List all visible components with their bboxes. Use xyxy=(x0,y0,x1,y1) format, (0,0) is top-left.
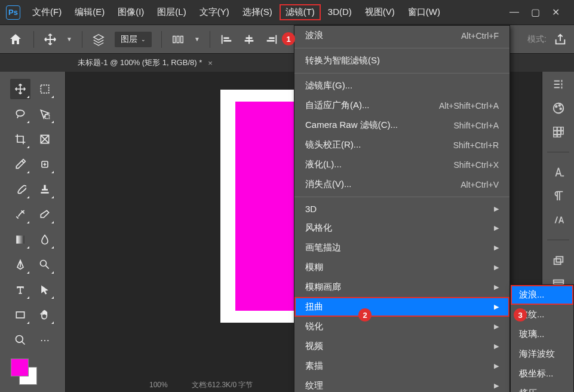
eraser-tool[interactable] xyxy=(35,204,55,225)
more-tools[interactable]: ⋯ xyxy=(35,330,55,350)
filter-group-blur[interactable]: 模糊▶ xyxy=(294,258,509,277)
submenu-arrow-icon: ▶ xyxy=(494,362,499,370)
foreground-color[interactable] xyxy=(11,359,29,376)
chevron-down-icon[interactable]: ▼ xyxy=(194,36,200,42)
menu-file[interactable]: 文件(F) xyxy=(26,4,67,20)
filter-group-blur-gallery[interactable]: 模糊画廊▶ xyxy=(294,277,509,297)
svg-rect-6 xyxy=(248,35,250,44)
type-tool[interactable] xyxy=(10,280,30,300)
svg-rect-0 xyxy=(173,36,176,42)
rectangle-tool[interactable] xyxy=(10,305,30,325)
color-icon[interactable] xyxy=(552,102,565,115)
healing-tool[interactable] xyxy=(35,154,55,174)
menu-3d[interactable]: 3D(D) xyxy=(322,4,358,20)
filter-group-stylize[interactable]: 风格化▶ xyxy=(294,218,509,238)
layer-dropdown[interactable]: 图层 ⌄ xyxy=(115,32,152,47)
hand-tool[interactable] xyxy=(35,305,55,325)
maximize-icon[interactable]: ▢ xyxy=(531,7,540,18)
tab-title: 未标题-1 @ 100% (矩形 1, RGB/8) * xyxy=(78,57,202,68)
paragraph-icon[interactable] xyxy=(552,189,565,203)
path-select-tool[interactable] xyxy=(35,280,55,300)
chevron-down-icon[interactable]: ▼ xyxy=(66,36,72,42)
history-brush-tool[interactable] xyxy=(10,204,30,225)
filter-last[interactable]: 波浪 Alt+Ctrl+F xyxy=(294,26,509,45)
divider xyxy=(33,31,34,48)
brush-tool[interactable] xyxy=(10,179,30,200)
svg-point-19 xyxy=(16,336,23,343)
options-right: 模式: xyxy=(527,33,567,46)
crop-tool[interactable] xyxy=(10,129,30,149)
properties-icon[interactable] xyxy=(552,78,565,91)
distort-polar[interactable]: 极坐标... xyxy=(511,364,573,384)
doc-size[interactable]: 文档:612.3K/0 字节 xyxy=(192,380,253,390)
menu-filter[interactable]: 滤镜(T) xyxy=(280,4,321,20)
svg-rect-25 xyxy=(557,127,561,131)
svg-rect-5 xyxy=(223,39,231,41)
distort-wave[interactable]: 波浪... xyxy=(511,285,573,305)
align-icon-1[interactable] xyxy=(171,33,185,46)
document-tab[interactable]: 未标题-1 @ 100% (矩形 1, RGB/8) * × xyxy=(78,57,213,68)
dodge-tool[interactable] xyxy=(35,255,55,275)
filter-group-video[interactable]: 视频▶ xyxy=(294,336,509,356)
distort-ocean[interactable]: 海洋波纹 xyxy=(511,344,573,364)
divider xyxy=(82,31,82,48)
submenu-arrow-icon: ▶ xyxy=(494,283,499,291)
tab-close-icon[interactable]: × xyxy=(208,59,213,68)
gradient-tool[interactable] xyxy=(10,229,30,250)
filter-group-distort[interactable]: 扭曲▶ xyxy=(294,297,509,317)
close-icon[interactable]: ✕ xyxy=(552,7,560,18)
move-tool-icon[interactable] xyxy=(44,33,57,46)
layers-icon[interactable] xyxy=(92,33,105,46)
character-icon[interactable] xyxy=(552,166,565,179)
filter-liquify[interactable]: 液化(L)... Shift+Ctrl+X xyxy=(294,155,509,174)
home-icon[interactable] xyxy=(7,32,24,47)
zoom-level[interactable]: 100% xyxy=(149,381,168,389)
svg-rect-18 xyxy=(17,312,24,318)
swatches-icon[interactable] xyxy=(552,125,565,139)
svg-rect-26 xyxy=(561,127,563,131)
annotation-badge-3: 3 xyxy=(514,308,527,321)
filter-group-brush[interactable]: 画笔描边▶ xyxy=(294,238,509,258)
menu-view[interactable]: 视图(V) xyxy=(359,4,401,20)
svg-rect-24 xyxy=(553,127,557,131)
blur-tool[interactable] xyxy=(35,229,55,250)
filter-group-texture[interactable]: 纹理▶ xyxy=(294,376,509,392)
color-swatches[interactable] xyxy=(0,353,65,388)
share-icon[interactable] xyxy=(554,33,567,46)
menu-image[interactable]: 图像(I) xyxy=(112,4,150,20)
frame-tool[interactable] xyxy=(35,129,55,149)
menu-select[interactable]: 选择(S) xyxy=(237,4,278,20)
menu-edit[interactable]: 编辑(E) xyxy=(69,4,110,20)
zoom-tool[interactable] xyxy=(10,330,30,350)
distort-pinch[interactable]: 挤压... xyxy=(511,384,573,392)
filter-vanish[interactable]: 消失点(V)... Alt+Ctrl+V xyxy=(294,174,509,194)
glyphs-icon[interactable] xyxy=(552,213,565,226)
lasso-tool[interactable] xyxy=(10,104,30,124)
svg-rect-3 xyxy=(222,35,223,44)
filter-gallery[interactable]: 滤镜库(G)... xyxy=(294,76,509,96)
align-center-icon[interactable] xyxy=(243,33,256,46)
distort-glass[interactable]: 玻璃... xyxy=(511,324,573,344)
menu-window[interactable]: 窗口(W) xyxy=(402,4,446,20)
menu-layer[interactable]: 图层(L) xyxy=(151,4,192,20)
filter-group-sketch[interactable]: 素描▶ xyxy=(294,356,509,376)
filter-group-3d[interactable]: 3D▶ xyxy=(294,200,509,218)
menu-type[interactable]: 文字(Y) xyxy=(194,4,235,20)
svg-rect-16 xyxy=(17,235,24,243)
filter-adaptive[interactable]: 自适应广角(A)... Alt+Shift+Ctrl+A xyxy=(294,96,509,115)
move-tool[interactable] xyxy=(10,79,30,99)
minimize-icon[interactable]: — xyxy=(509,7,519,18)
svg-point-22 xyxy=(558,105,560,106)
filter-camera-raw[interactable]: Camera Raw 滤镜(C)... Shift+Ctrl+A xyxy=(294,115,509,135)
filter-convert-smart[interactable]: 转换为智能滤镜(S) xyxy=(294,51,509,71)
align-left-icon[interactable] xyxy=(220,33,233,46)
quick-select-tool[interactable] xyxy=(35,104,55,124)
filter-group-sharpen[interactable]: 锐化▶ xyxy=(294,317,509,336)
layers-panel-icon[interactable] xyxy=(552,253,565,267)
eyedropper-tool[interactable] xyxy=(10,154,30,174)
marquee-tool[interactable] xyxy=(35,79,55,99)
filter-lens[interactable]: 镜头校正(R)... Shift+Ctrl+R xyxy=(294,135,509,155)
align-right-icon[interactable] xyxy=(265,33,278,46)
stamp-tool[interactable] xyxy=(35,179,55,200)
pen-tool[interactable] xyxy=(10,255,30,275)
